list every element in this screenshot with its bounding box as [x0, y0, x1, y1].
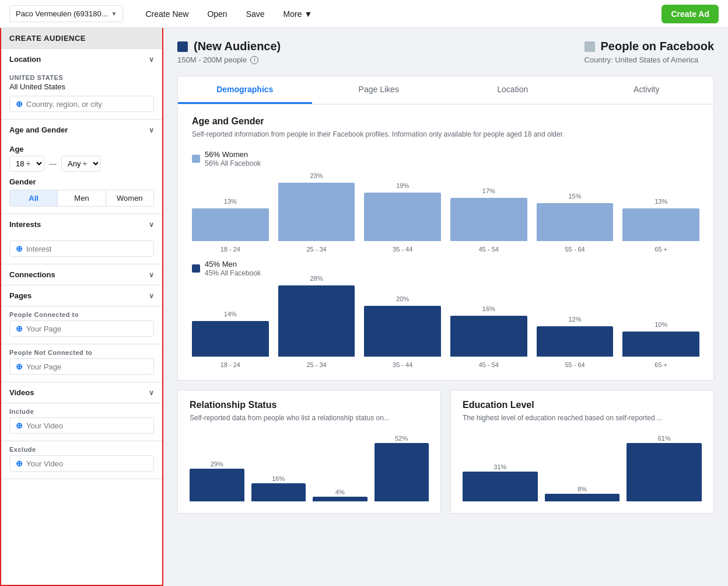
bar-pct-25-34-women: 23% [310, 172, 323, 179]
location-chevron-icon: ∨ [149, 55, 154, 64]
exclude-content: Exclude ⊕ [1, 441, 162, 479]
rel-bar-1: 29% [190, 434, 244, 504]
rel-bar-fill-3 [313, 497, 368, 501]
audience-name: (New Audience) [194, 40, 281, 53]
not-connected-input[interactable]: ⊕ [9, 358, 154, 375]
edu-pct-2: 8% [578, 486, 587, 493]
edu-bar-fill-3 [626, 443, 702, 501]
education-chart: 31% 8% 61% [463, 434, 702, 504]
age-to-select[interactable]: Any ÷ [61, 156, 101, 172]
interests-chevron-icon: ∨ [149, 221, 154, 229]
men-fb-label: 45% All Facebook [205, 269, 261, 277]
include-label: Include [9, 408, 154, 415]
save-button[interactable]: Save [238, 6, 273, 22]
facebook-color-indicator [584, 41, 595, 52]
bar-pct-35-44-women: 19% [396, 182, 409, 189]
videos-header[interactable]: Videos ∨ [1, 382, 162, 403]
location-input-field[interactable] [26, 100, 148, 109]
age-gender-content: Age 18 ÷ — Any ÷ Gender All Men Women [1, 140, 162, 214]
exclude-input[interactable]: ⊕ [9, 455, 154, 472]
relationship-title: Relationship Status [190, 400, 429, 410]
bar-group-65-women: 13% 65 + [622, 198, 699, 253]
bar-55-64-men [537, 326, 614, 357]
men-legend-box [192, 264, 200, 273]
relationship-chart: 29% 16% 4% 52% [190, 434, 429, 504]
edu-bar-fill-2 [545, 494, 620, 501]
tab-activity[interactable]: Activity [580, 76, 714, 104]
connections-header[interactable]: Connections ∨ [1, 264, 162, 285]
interests-header[interactable]: Interests ∨ [1, 214, 162, 235]
location-search-input[interactable]: ⊕ [9, 96, 154, 112]
gender-label: Gender [9, 177, 154, 186]
bar-25-34-men [278, 285, 355, 357]
connected-input[interactable]: ⊕ [9, 320, 154, 337]
bar-35-44-men [364, 306, 441, 357]
education-title: Education Level [463, 400, 702, 410]
bar-35-44-women [364, 193, 441, 241]
audience-size-row: 150M - 200M people i [177, 55, 281, 64]
education-panel: Education Level The highest level of edu… [450, 390, 714, 514]
rel-pct-2: 16% [272, 475, 285, 482]
gender-men-button[interactable]: Men [58, 190, 106, 206]
exclude-field[interactable] [26, 459, 148, 468]
connected-label: People Connected to [9, 311, 154, 318]
connections-chevron-icon: ∨ [149, 271, 154, 279]
create-ad-button[interactable]: Create Ad [662, 5, 719, 23]
edu-bar-fill-1 [463, 472, 538, 501]
audience-info-icon[interactable]: i [250, 56, 258, 64]
location-header[interactable]: Location ∨ [1, 49, 162, 69]
age-from-select[interactable]: 18 ÷ [9, 156, 44, 172]
bar-group-18-24-men: 14% 18 - 24 [192, 311, 269, 368]
bar-label-18-24: 18 - 24 [220, 246, 240, 253]
connected-content: People Connected to ⊕ [1, 306, 162, 344]
relationship-subtitle: Self-reported data from people who list … [190, 414, 429, 422]
chart-legend: 56% Women 56% All Facebook [192, 150, 699, 168]
create-new-button[interactable]: Create New [137, 6, 197, 22]
include-input[interactable]: ⊕ [9, 417, 154, 434]
facebook-subtitle: Country: United States of America [584, 55, 714, 64]
interest-input[interactable]: ⊕ [9, 240, 154, 257]
rel-bar-3: 4% [313, 434, 368, 504]
bar-label-65: 65 + [654, 246, 667, 253]
sidebar-section-videos: Videos ∨ [1, 382, 162, 403]
interest-field[interactable] [26, 245, 148, 253]
legend-women: 56% Women 56% All Facebook [192, 150, 699, 168]
gender-all-button[interactable]: All [10, 190, 58, 206]
bar-label-45-54-men: 45 - 54 [479, 361, 499, 368]
tab-demographics[interactable]: Demographics [178, 76, 312, 104]
sidebar-section-connected: People Connected to ⊕ [1, 306, 162, 344]
tab-location[interactable]: Location [446, 76, 580, 104]
open-button[interactable]: Open [199, 6, 235, 22]
tab-page-likes[interactable]: Page Likes [312, 76, 446, 104]
connected-field[interactable] [26, 325, 148, 333]
women-pct-label: 56% Women [205, 150, 248, 159]
bar-group-18-24-women: 13% 18 - 24 [192, 198, 269, 253]
facebook-name: People on Facebook [601, 40, 714, 53]
include-field[interactable] [26, 421, 148, 430]
rel-bar-fill-4 [374, 443, 429, 501]
women-fb-label: 56% All Facebook [205, 159, 261, 168]
edu-bar-1: 31% [463, 434, 538, 504]
account-selector[interactable]: Paco Vermeulen (693180... ▼ [9, 5, 123, 22]
bar-label-55-64: 55 - 64 [565, 246, 584, 253]
not-connected-field[interactable] [26, 362, 148, 371]
gender-women-button[interactable]: Women [106, 190, 153, 206]
age-label: Age [9, 145, 154, 154]
connected-plus-icon: ⊕ [16, 324, 23, 333]
not-connected-plus-icon: ⊕ [16, 362, 23, 371]
age-gender-header[interactable]: Age and Gender ∨ [1, 120, 162, 140]
age-gender-panel: Age and Gender Self-reported information… [177, 104, 714, 381]
audience-color-indicator [177, 41, 188, 52]
edu-bar-2: 8% [545, 434, 620, 504]
include-plus-icon: ⊕ [16, 421, 23, 430]
bar-pct-25-34-men: 28% [310, 275, 323, 282]
not-connected-label: People Not Connected to [9, 349, 154, 356]
bar-group-35-44-women: 19% 35 - 44 [364, 182, 441, 253]
relationship-panel: Relationship Status Self-reported data f… [177, 390, 441, 514]
education-subtitle: The highest level of education reached b… [463, 414, 702, 422]
pages-header[interactable]: Pages ∨ [1, 285, 162, 306]
more-button[interactable]: More ▼ [275, 6, 321, 22]
bar-pct-55-64-men: 12% [569, 316, 582, 323]
not-connected-content: People Not Connected to ⊕ [1, 344, 162, 382]
top-nav: Paco Vermeulen (693180... ▼ Create New O… [0, 0, 728, 28]
